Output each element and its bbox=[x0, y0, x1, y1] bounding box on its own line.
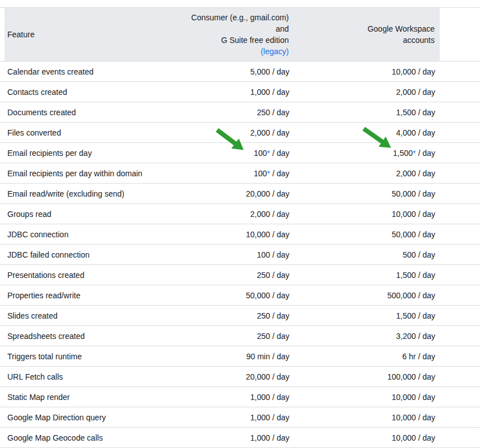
workspace-header-line2: accounts bbox=[367, 34, 435, 46]
workspace-quota-suffix: / day bbox=[416, 189, 435, 198]
table-row: Google Map Geocode calls 1,000 / day 10,… bbox=[0, 428, 480, 448]
consumer-quota-value: 1,000 bbox=[250, 433, 270, 442]
feature-cell: Calendar events created bbox=[0, 67, 170, 76]
consumer-quota-cell: 1,000 / day bbox=[170, 433, 289, 442]
consumer-quota-suffix: / day bbox=[270, 189, 289, 198]
workspace-quota-value: 1,500 bbox=[393, 149, 413, 158]
feature-cell: Slides created bbox=[0, 311, 170, 320]
workspace-quota-suffix: / day bbox=[416, 332, 435, 341]
column-header-feature: Feature bbox=[7, 29, 34, 40]
legacy-link[interactable]: (legacy) bbox=[261, 47, 289, 56]
consumer-quota-value: 100 bbox=[254, 169, 267, 178]
workspace-quota-value: 6 hr bbox=[402, 352, 416, 361]
consumer-quota-cell: 5,000 / day bbox=[170, 67, 289, 76]
workspace-quota-value: 1,500 bbox=[396, 311, 416, 320]
consumer-header-line2: and bbox=[191, 23, 289, 34]
workspace-quota-value: 10,000 bbox=[392, 433, 416, 442]
workspace-quota-cell: 50,000 / day bbox=[289, 230, 435, 239]
workspace-quota-suffix: / day bbox=[416, 433, 435, 442]
workspace-quota-cell: 10,000 / day bbox=[289, 393, 435, 402]
table-row: JDBC connection 10,000 / day 50,000 / da… bbox=[0, 224, 480, 245]
workspace-quota-suffix: / day bbox=[416, 311, 435, 320]
consumer-quota-value: 1,000 bbox=[250, 413, 270, 422]
feature-cell: Properties read/write bbox=[0, 291, 170, 300]
consumer-quota-suffix: / day bbox=[270, 372, 289, 381]
workspace-quota-cell: 1,500 / day bbox=[289, 108, 435, 117]
consumer-quota-value: 100 bbox=[254, 149, 267, 158]
table-row: Slides created 250 / day 1,500 / day bbox=[0, 306, 480, 326]
consumer-quota-suffix: / day bbox=[270, 271, 289, 280]
workspace-quota-cell: 2,000 / day bbox=[289, 169, 435, 178]
table-header-row: Feature Consumer (e.g., gmail.com) and G… bbox=[0, 7, 480, 62]
workspace-quota-suffix: / day bbox=[416, 108, 435, 117]
feature-cell: Contacts created bbox=[0, 88, 170, 97]
workspace-quota-suffix: / day bbox=[416, 393, 435, 402]
workspace-quota-value: 100,000 bbox=[387, 372, 416, 381]
table-row: Google Map Direction query 1,000 / day 1… bbox=[0, 407, 480, 428]
table-row: Files converted 2,000 / day 4,000 / day bbox=[0, 123, 480, 143]
feature-cell: Groups read bbox=[0, 210, 170, 219]
workspace-quota-cell: 2,000 / day bbox=[289, 88, 435, 97]
consumer-quota-suffix: / day bbox=[270, 332, 289, 341]
table-row: Email read/write (excluding send) 20,000… bbox=[0, 184, 480, 204]
consumer-quota-value: 10,000 bbox=[246, 230, 270, 239]
feature-cell: Google Map Direction query bbox=[0, 413, 170, 422]
consumer-quota-value: 1,000 bbox=[250, 393, 270, 402]
feature-cell: Triggers total runtime bbox=[0, 352, 170, 361]
consumer-quota-suffix: / day bbox=[270, 433, 289, 442]
table-body: Calendar events created 5,000 / day 10,0… bbox=[0, 62, 481, 448]
workspace-quota-suffix: / day bbox=[416, 372, 435, 381]
feature-cell: JDBC failed connection bbox=[0, 250, 170, 259]
workspace-quota-value: 2,000 bbox=[396, 169, 416, 178]
consumer-quota-suffix: / day bbox=[270, 210, 289, 219]
consumer-quota-suffix: / day bbox=[270, 291, 289, 300]
table-row: Static Map render 1,000 / day 10,000 / d… bbox=[0, 387, 480, 407]
workspace-quota-suffix: / day bbox=[416, 271, 435, 280]
consumer-quota-cell: 250 / day bbox=[170, 311, 289, 320]
consumer-quota-value: 100 bbox=[257, 250, 270, 259]
workspace-quota-cell: 6 hr / day bbox=[289, 352, 435, 361]
consumer-quota-value: 90 min bbox=[246, 352, 270, 361]
consumer-quota-value: 250 bbox=[257, 332, 270, 341]
column-header-consumer: Consumer (e.g., gmail.com) and G Suite f… bbox=[191, 12, 289, 57]
feature-cell: Presentations created bbox=[0, 271, 170, 280]
workspace-quota-suffix: / day bbox=[416, 210, 435, 219]
table-row: Presentations created 250 / day 1,500 / … bbox=[0, 265, 480, 285]
feature-cell: URL Fetch calls bbox=[0, 372, 170, 381]
table-row: URL Fetch calls 20,000 / day 100,000 / d… bbox=[0, 367, 480, 387]
consumer-quota-cell: 20,000 / day bbox=[170, 189, 289, 198]
table-row: Spreadsheets created 250 / day 3,200 / d… bbox=[0, 326, 480, 346]
workspace-quota-cell: 1,500* / day bbox=[289, 149, 435, 158]
workspace-quota-suffix: / day bbox=[416, 88, 435, 97]
consumer-quota-suffix: / day bbox=[270, 230, 289, 239]
consumer-header-line1: Consumer (e.g., gmail.com) bbox=[191, 12, 289, 23]
table-row: JDBC failed connection 100 / day 500 / d… bbox=[0, 245, 480, 265]
workspace-quota-cell: 4,000 / day bbox=[289, 128, 435, 137]
consumer-quota-suffix: / day bbox=[270, 149, 289, 158]
consumer-quota-cell: 50,000 / day bbox=[170, 291, 289, 300]
consumer-quota-cell: 250 / day bbox=[170, 332, 289, 341]
workspace-quota-cell: 10,000 / day bbox=[289, 433, 435, 442]
workspace-quota-suffix: / day bbox=[416, 169, 435, 178]
feature-cell: Google Map Geocode calls bbox=[0, 433, 170, 442]
workspace-quota-cell: 1,500 / day bbox=[289, 311, 435, 320]
workspace-quota-value: 10,000 bbox=[392, 413, 416, 422]
consumer-quota-value: 1,000 bbox=[250, 88, 270, 97]
consumer-quota-cell: 250 / day bbox=[170, 271, 289, 280]
consumer-quota-cell: 100 / day bbox=[170, 250, 289, 259]
workspace-quota-value: 2,000 bbox=[396, 88, 416, 97]
consumer-quota-value: 50,000 bbox=[246, 291, 270, 300]
column-header-workspace: Google Workspace accounts bbox=[367, 23, 435, 46]
workspace-quota-cell: 100,000 / day bbox=[289, 372, 435, 381]
consumer-quota-cell: 10,000 / day bbox=[170, 230, 289, 239]
consumer-quota-value: 20,000 bbox=[246, 189, 270, 198]
workspace-quota-value: 500,000 bbox=[387, 291, 416, 300]
consumer-quota-suffix: / day bbox=[270, 128, 289, 137]
consumer-quota-suffix: / day bbox=[270, 250, 289, 259]
consumer-quota-suffix: / day bbox=[270, 413, 289, 422]
table-row: Triggers total runtime 90 min / day 6 hr… bbox=[0, 346, 480, 367]
workspace-quota-cell: 10,000 / day bbox=[289, 210, 435, 219]
workspace-quota-value: 1,500 bbox=[396, 108, 416, 117]
consumer-header-line3: G Suite free edition bbox=[191, 34, 289, 46]
workspace-quota-cell: 10,000 / day bbox=[289, 413, 435, 422]
